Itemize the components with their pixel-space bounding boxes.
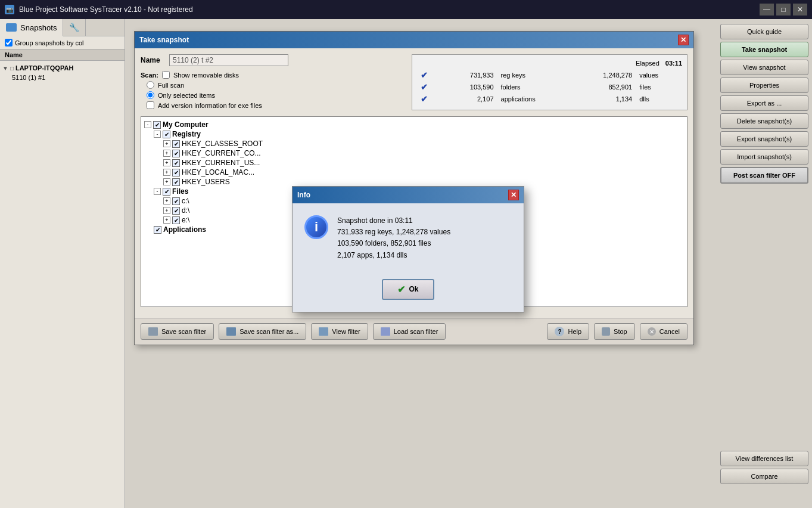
label1-1: folders (497, 81, 571, 93)
only-selected-radio[interactable] (147, 91, 154, 99)
info-title: Info (297, 191, 310, 199)
tree-node-snapshot1[interactable]: 5110 (1) #1 (2, 73, 122, 82)
group-snapshots-label: Group snapshots by col (15, 39, 84, 47)
import-snapshots-button[interactable]: Import snapshot(s) (720, 149, 808, 165)
cb-applications[interactable]: ✔ (154, 226, 161, 234)
label-hkey-users: HKEY_USERS (182, 178, 230, 186)
label-hkey-current-user: HKEY_CURRENT_US... (182, 159, 260, 167)
stop-button[interactable]: Stop (594, 323, 635, 340)
tree-hkey-current-config[interactable]: + ✔ HKEY_CURRENT_CO... (144, 148, 684, 158)
expand-files[interactable]: - (154, 188, 161, 195)
cb-c-drive[interactable]: ✔ (172, 197, 180, 205)
info-text-block: Snapshot done in 03:11 731,933 reg keys,… (337, 215, 450, 261)
quick-guide-button[interactable]: Quick guide (720, 24, 808, 39)
compare-button[interactable]: Compare (720, 469, 808, 484)
tree-node-laptop[interactable]: ▼ □ LAPTOP-ITQQPAH (2, 63, 122, 73)
ok-button[interactable]: ✔ Ok (382, 279, 434, 300)
app-title: Blue Project Software SysTracer v2.10 - … (19, 5, 193, 14)
label-registry: Registry (172, 130, 201, 138)
label-applications: Applications (163, 225, 206, 234)
cb-registry[interactable]: ✔ (163, 131, 170, 138)
take-snapshot-button[interactable]: Take snapshot (720, 42, 808, 57)
stop-icon (602, 327, 610, 336)
save-filter-as-icon (226, 327, 236, 336)
info-close-button[interactable]: ✕ (508, 190, 519, 200)
cb-hkey-current-config[interactable]: ✔ (172, 150, 180, 157)
ok-check-icon: ✔ (397, 284, 405, 295)
tree-my-computer[interactable]: - ✔ My Computer (144, 120, 684, 129)
full-scan-radio[interactable] (147, 81, 154, 89)
cancel-button[interactable]: ✕ Cancel (640, 323, 687, 340)
label2-0: values (636, 69, 682, 81)
count2-1: 852,901 (571, 81, 636, 93)
take-snapshot-close-button[interactable]: ✕ (678, 35, 689, 45)
dialog-bottom: Save scan filter Save scan filter as... … (135, 318, 693, 345)
add-version-checkbox[interactable] (147, 101, 154, 109)
info-line3: 103,590 folders, 852,901 files (337, 238, 450, 249)
post-scan-filter-button[interactable]: Post scan filter OFF (720, 167, 808, 184)
view-filter-button[interactable]: View filter (311, 323, 368, 340)
info-ok-area: ✔ Ok (293, 273, 524, 312)
tree-hkey-classes[interactable]: + ✔ HKEY_CLASSES_ROOT (144, 139, 684, 148)
load-scan-filter-button[interactable]: Load scan filter (373, 323, 446, 340)
app-close-button[interactable]: ✕ (793, 4, 807, 16)
tab-bar: Snapshots 🔧 (0, 19, 125, 36)
cb-hkey-current-user[interactable]: ✔ (172, 159, 180, 167)
properties-button[interactable]: Properties (720, 78, 808, 93)
check-2: ✔ (421, 94, 428, 104)
cb-hkey-classes[interactable]: ✔ (172, 140, 180, 148)
save-scan-filter-button[interactable]: Save scan filter (141, 323, 214, 340)
count2-2: 1,134 (571, 93, 636, 105)
help-button[interactable]: ? Help (547, 323, 589, 340)
show-removable-checkbox[interactable] (162, 71, 170, 79)
delete-snapshots-button[interactable]: Delete snapshot(s) (720, 113, 808, 129)
label-hkey-current-config: HKEY_CURRENT_CO... (182, 149, 261, 157)
tree-hkey-current-user[interactable]: + ✔ HKEY_CURRENT_US... (144, 158, 684, 168)
export-as-button[interactable]: Export as ... (720, 95, 808, 111)
group-snapshots-checkbox[interactable] (5, 39, 13, 47)
count1-1: 103,590 (443, 81, 497, 93)
tree-hkey-local-machine[interactable]: + ✔ HKEY_LOCAL_MAC... (144, 168, 684, 177)
scan-label: Scan: (141, 72, 158, 79)
help-label: Help (568, 328, 581, 335)
view-differences-button[interactable]: View differences list (720, 451, 808, 466)
cb-e-drive[interactable]: ✔ (172, 216, 180, 224)
tab-snapshots[interactable]: Snapshots (0, 19, 63, 36)
tree-hkey-users[interactable]: + ✔ HKEY_USERS (144, 177, 684, 187)
expand-hkey-current-user[interactable]: + (163, 159, 170, 166)
expand-e-drive[interactable]: + (163, 216, 170, 224)
left-tree-area: ▼ □ LAPTOP-ITQQPAH 5110 (1) #1 (0, 61, 125, 508)
view-snapshot-button[interactable]: View snapshot (720, 60, 808, 75)
expand-d-drive[interactable]: + (163, 207, 170, 214)
cb-files[interactable]: ✔ (163, 188, 170, 196)
expand-c-drive[interactable]: + (163, 197, 170, 205)
cb-my-computer[interactable]: ✔ (153, 121, 161, 129)
expand-hkey-current-config[interactable]: + (163, 150, 170, 157)
name-input[interactable] (169, 54, 288, 66)
label-hkey-local-machine: HKEY_LOCAL_MAC... (182, 168, 254, 176)
label-my-computer: My Computer (163, 120, 209, 129)
expand-hkey-users[interactable]: + (163, 178, 170, 185)
save-filter-icon (148, 327, 158, 336)
app-body: Snapshots 🔧 Group snapshots by col Name … (0, 19, 812, 508)
maximize-button[interactable]: □ (776, 4, 791, 16)
take-snapshot-dialog-titlebar: Take snapshot ✕ (135, 32, 693, 48)
group-snapshots-row: Group snapshots by col (0, 36, 125, 49)
cb-d-drive[interactable]: ✔ (172, 207, 180, 215)
export-snapshots-button[interactable]: Export snapshot(s) (720, 131, 808, 147)
cb-hkey-local-machine[interactable]: ✔ (172, 169, 180, 176)
scan-options: Scan: Show removable disks Full scan Onl… (141, 71, 406, 109)
sidebar-bottom-buttons: View differences list Compare (717, 451, 812, 484)
info-icon: i (304, 215, 328, 239)
expand-my-computer[interactable]: - (144, 121, 151, 128)
tree-registry[interactable]: - ✔ Registry (144, 129, 684, 139)
save-scan-filter-as-button[interactable]: Save scan filter as... (219, 323, 306, 340)
cb-hkey-users[interactable]: ✔ (172, 178, 180, 186)
expand-hkey-classes[interactable]: + (163, 140, 170, 147)
expand-hkey-local-machine[interactable]: + (163, 169, 170, 176)
minimize-button[interactable]: — (760, 4, 774, 16)
label2-2: dlls (636, 93, 682, 105)
tab-settings[interactable]: 🔧 (63, 19, 86, 36)
tree-snapshot1-label: 5110 (1) #1 (12, 74, 45, 81)
expand-registry[interactable]: - (154, 131, 161, 138)
